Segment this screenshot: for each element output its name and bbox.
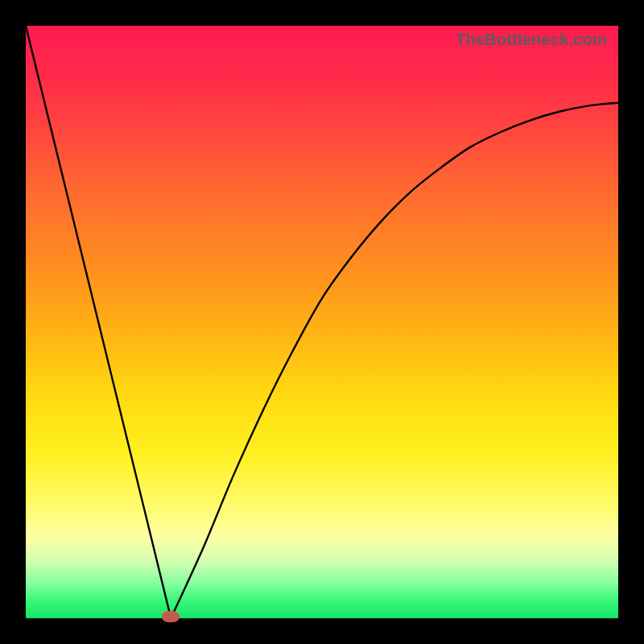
bottleneck-curve	[26, 26, 618, 618]
outer-frame: TheBottleneck.com	[0, 0, 644, 644]
plot-area: TheBottleneck.com	[26, 26, 618, 618]
curve-path	[26, 26, 618, 618]
minimum-marker	[162, 611, 180, 622]
